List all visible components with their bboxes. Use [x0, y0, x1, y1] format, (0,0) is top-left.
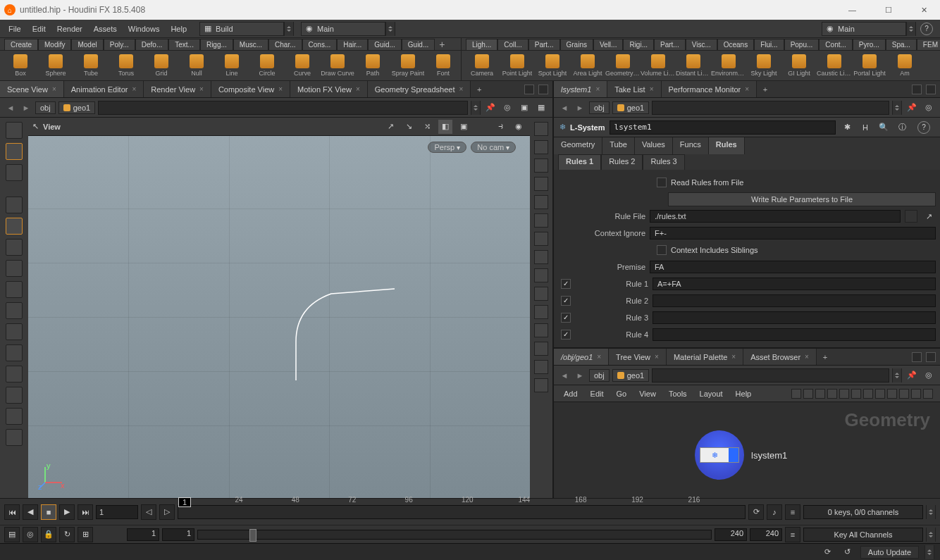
- shelf-tool-portal-light[interactable]: Portal Light: [852, 54, 887, 77]
- node-display-flag[interactable]: [729, 448, 738, 462]
- sub-tab-rules1[interactable]: Rules 1: [558, 154, 601, 170]
- menu-assets[interactable]: Assets: [88, 22, 123, 36]
- cook-icon[interactable]: ⟳: [821, 545, 835, 559]
- path-dropdown[interactable]: [471, 101, 481, 115]
- gear-icon[interactable]: ✱: [840, 120, 854, 135]
- view-axis2-icon[interactable]: ↘: [402, 120, 416, 134]
- help-icon[interactable]: ?: [917, 121, 930, 134]
- tab-motion-fx-view[interactable]: Motion FX View×: [290, 81, 368, 97]
- range-opt2-icon[interactable]: ◎: [23, 527, 38, 542]
- shelf-tool-tube[interactable]: Tube: [73, 54, 109, 77]
- play-reverse-button[interactable]: ◀: [23, 504, 38, 520]
- rule2-field[interactable]: [653, 294, 936, 307]
- disp-5-icon[interactable]: [534, 195, 548, 209]
- netopt-5-icon[interactable]: [839, 389, 849, 399]
- tab-perf-monitor[interactable]: Performance Monitor×: [662, 81, 757, 97]
- add-tab-icon[interactable]: +: [471, 81, 488, 97]
- menu-edit[interactable]: Edit: [27, 22, 51, 36]
- shelf-tab-guid[interactable]: Guid...: [368, 39, 401, 50]
- range-menu-icon[interactable]: ≡: [785, 527, 800, 542]
- tool-misc-icon[interactable]: [6, 429, 23, 446]
- desktop-chooser-handle[interactable]: [284, 22, 294, 36]
- shelf-tab-cont[interactable]: Cont...: [819, 39, 852, 50]
- disp-10-icon[interactable]: [534, 287, 548, 301]
- shelf-tool-camera[interactable]: Camera: [464, 54, 500, 77]
- close-icon[interactable]: ×: [597, 353, 601, 361]
- menu-file[interactable]: File: [3, 22, 27, 36]
- shelf-add-tab-icon[interactable]: +: [435, 39, 449, 50]
- pane-max-icon[interactable]: [926, 352, 936, 362]
- info-icon[interactable]: ⓘ: [895, 120, 909, 135]
- shelf-tab-guid[interactable]: Guid...: [402, 39, 435, 50]
- tab-geometry-spreadsheet[interactable]: Geometry Spreadsheet×: [368, 81, 471, 97]
- file-chooser-icon[interactable]: ↗: [922, 209, 936, 223]
- parm-tab-values[interactable]: Values: [635, 137, 673, 154]
- tool-lasso-icon[interactable]: [6, 302, 23, 319]
- playhead[interactable]: 1: [178, 497, 191, 507]
- netopt-11-icon[interactable]: [911, 389, 921, 399]
- shelf-tool-point-light[interactable]: Point Light: [500, 54, 535, 77]
- rule4-enable-checkbox[interactable]: [561, 330, 571, 340]
- nav-fwd-icon[interactable]: ►: [574, 369, 586, 382]
- target-icon[interactable]: ◎: [922, 368, 936, 382]
- nav-fwd-icon[interactable]: ►: [574, 101, 586, 114]
- tab-treeview[interactable]: Tree View×: [609, 349, 667, 365]
- rule1-enable-checkbox[interactable]: [561, 279, 571, 289]
- net-menu-layout[interactable]: Layout: [697, 388, 726, 399]
- shelf-tool-sky-light[interactable]: Sky Light: [746, 54, 781, 77]
- disp-2-icon[interactable]: [534, 140, 548, 154]
- link-icon[interactable]: ◎: [500, 101, 514, 115]
- netopt-7-icon[interactable]: [863, 389, 873, 399]
- shelf-tab-defo[interactable]: Defo...: [135, 39, 168, 50]
- pane-menu-icon[interactable]: [524, 85, 534, 94]
- key-all-dropdown[interactable]: [926, 528, 936, 542]
- close-icon[interactable]: ×: [731, 353, 736, 361]
- disp-15-icon[interactable]: [534, 378, 548, 392]
- range-lock-icon[interactable]: 🔒: [41, 527, 56, 542]
- disp-1-icon[interactable]: [534, 122, 548, 136]
- disp-9-icon[interactable]: [534, 268, 548, 282]
- read-rules-checkbox[interactable]: [657, 178, 667, 187]
- shelf-tab-rigi[interactable]: Rigi...: [623, 39, 654, 50]
- disp-13-icon[interactable]: [534, 342, 548, 356]
- interrupt-icon[interactable]: ↺: [841, 545, 855, 559]
- shelf-tool-curve[interactable]: Curve: [285, 54, 320, 77]
- add-tab-icon[interactable]: +: [817, 349, 834, 365]
- range-integer-icon[interactable]: ⊞: [78, 527, 93, 542]
- shelf-tool-spot-light[interactable]: Spot Light: [535, 54, 570, 77]
- shelf-tab-part[interactable]: Part...: [528, 39, 560, 50]
- shelf-tab-coll[interactable]: Coll...: [497, 39, 528, 50]
- shelf-tab-flui[interactable]: Flui...: [754, 39, 784, 50]
- shelf-tab-char[interactable]: Char...: [268, 39, 302, 50]
- shelf-tool-gi-light[interactable]: GI Light: [781, 54, 817, 77]
- tab-assetbrowser[interactable]: Asset Browser×: [743, 349, 817, 365]
- path-dropdown[interactable]: [892, 368, 902, 382]
- net-menu-edit[interactable]: Edit: [588, 388, 607, 399]
- shelf-tool-grid[interactable]: Grid: [144, 54, 179, 77]
- viewport-3d[interactable]: ↖ View ↗ ↘ ⤭ ◧ ▣ ⥽ ◉ Persp ▾ No cam ▾: [28, 118, 530, 498]
- pin-icon[interactable]: 📌: [905, 101, 919, 115]
- parm-tab-tube[interactable]: Tube: [602, 137, 635, 154]
- radial-chooser-2-handle[interactable]: [906, 22, 916, 36]
- shelf-tool-torus[interactable]: Torus: [109, 54, 144, 77]
- close-icon[interactable]: ×: [595, 85, 600, 93]
- disp-7-icon[interactable]: [534, 232, 548, 246]
- shelf-tool-area-light[interactable]: Area Light: [570, 54, 605, 77]
- range-loop-icon[interactable]: ↻: [59, 527, 75, 542]
- stop-button[interactable]: ■: [41, 504, 56, 520]
- net-menu-go[interactable]: Go: [614, 388, 630, 399]
- auto-update-button[interactable]: Auto Update: [860, 546, 919, 559]
- realtime-toggle[interactable]: ⟳: [748, 504, 764, 520]
- netopt-1-icon[interactable]: [791, 389, 801, 399]
- disp-12-icon[interactable]: [534, 323, 548, 337]
- key-all-button[interactable]: Key All Channels: [803, 528, 923, 542]
- node-lsystem1[interactable]: ❄ lsystem1: [695, 430, 787, 480]
- auto-update-dropdown[interactable]: [924, 545, 934, 559]
- view-shade-icon[interactable]: ◧: [438, 120, 452, 134]
- netopt-9-icon[interactable]: [887, 389, 897, 399]
- tool-magnet3-icon[interactable]: [6, 387, 23, 404]
- keys-info[interactable]: 0 keys, 0/0 channels: [803, 505, 923, 519]
- shelf-tab-model[interactable]: Model: [71, 39, 103, 50]
- tool-handles-icon[interactable]: [6, 143, 23, 160]
- rule-file-field[interactable]: ./rules.txt: [650, 210, 901, 223]
